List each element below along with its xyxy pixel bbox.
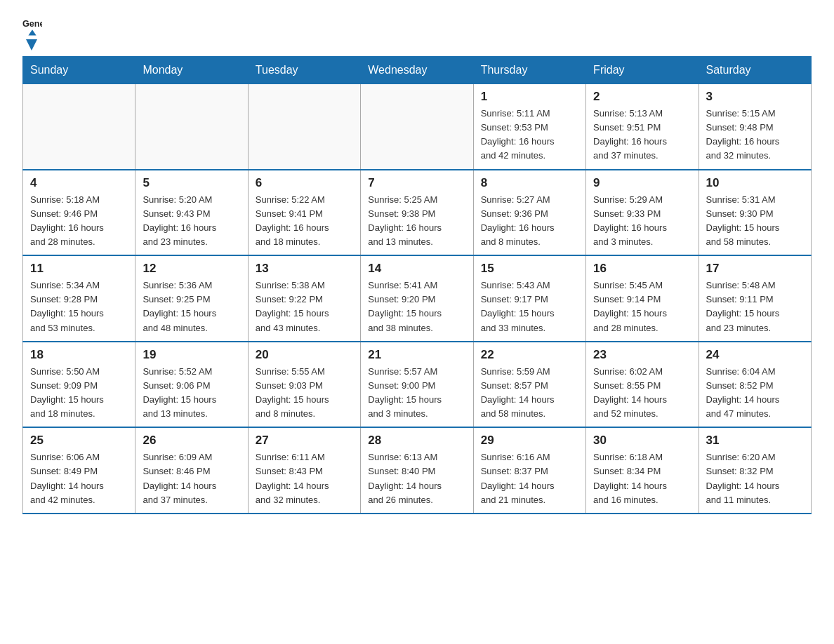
day-info: Sunrise: 6:11 AMSunset: 8:43 PMDaylight:…	[256, 450, 353, 507]
day-info: Sunrise: 6:06 AMSunset: 8:49 PMDaylight:…	[30, 450, 128, 507]
calendar-week-row: 25Sunrise: 6:06 AMSunset: 8:49 PMDayligh…	[23, 427, 812, 514]
calendar-day-cell: 28Sunrise: 6:13 AMSunset: 8:40 PMDayligh…	[361, 427, 473, 514]
calendar-day-cell: 8Sunrise: 5:27 AMSunset: 9:36 PMDaylight…	[473, 170, 585, 256]
calendar-day-cell: 20Sunrise: 5:55 AMSunset: 9:03 PMDayligh…	[248, 342, 360, 428]
day-of-week-header: Monday	[135, 57, 248, 84]
day-number: 15	[481, 262, 578, 276]
day-number: 30	[593, 434, 691, 448]
calendar-day-cell: 31Sunrise: 6:20 AMSunset: 8:32 PMDayligh…	[699, 427, 811, 514]
day-number: 29	[481, 434, 578, 448]
calendar-day-cell	[135, 84, 248, 170]
day-info: Sunrise: 5:41 AMSunset: 9:20 PMDaylight:…	[368, 279, 465, 335]
day-number: 31	[706, 434, 804, 448]
day-info: Sunrise: 5:22 AMSunset: 9:41 PMDaylight:…	[256, 193, 353, 250]
calendar-day-cell: 16Sunrise: 5:45 AMSunset: 9:14 PMDayligh…	[586, 255, 699, 342]
calendar-day-cell: 7Sunrise: 5:25 AMSunset: 9:38 PMDaylight…	[361, 170, 473, 256]
day-of-week-header: Sunday	[23, 57, 135, 84]
day-number: 5	[143, 176, 240, 190]
day-number: 6	[256, 176, 353, 190]
calendar-day-cell: 18Sunrise: 5:50 AMSunset: 9:09 PMDayligh…	[23, 342, 135, 428]
day-info: Sunrise: 6:02 AMSunset: 8:55 PMDaylight:…	[593, 365, 691, 422]
day-number: 24	[706, 348, 804, 362]
calendar-day-cell: 24Sunrise: 6:04 AMSunset: 8:52 PMDayligh…	[699, 342, 811, 428]
calendar-day-cell: 26Sunrise: 6:09 AMSunset: 8:46 PMDayligh…	[135, 427, 248, 514]
day-number: 21	[368, 348, 465, 362]
day-info: Sunrise: 5:29 AMSunset: 9:33 PMDaylight:…	[593, 193, 691, 250]
day-number: 8	[481, 176, 578, 190]
day-info: Sunrise: 5:52 AMSunset: 9:06 PMDaylight:…	[143, 365, 240, 422]
svg-text:General: General	[22, 19, 42, 29]
day-number: 19	[143, 348, 240, 362]
day-number: 12	[143, 262, 240, 276]
day-info: Sunrise: 5:15 AMSunset: 9:48 PMDaylight:…	[706, 107, 804, 163]
calendar-day-cell: 14Sunrise: 5:41 AMSunset: 9:20 PMDayligh…	[361, 255, 473, 342]
logo: General	[22, 17, 45, 49]
calendar-day-cell: 2Sunrise: 5:13 AMSunset: 9:51 PMDaylight…	[586, 84, 699, 170]
day-number: 10	[706, 176, 804, 190]
calendar-week-row: 4Sunrise: 5:18 AMSunset: 9:46 PMDaylight…	[23, 170, 812, 256]
day-number: 14	[368, 262, 465, 276]
day-number: 2	[593, 90, 691, 104]
page-header: General	[22, 17, 812, 49]
day-info: Sunrise: 5:18 AMSunset: 9:46 PMDaylight:…	[30, 193, 128, 250]
day-of-week-header: Thursday	[473, 57, 585, 84]
logo-triangle-icon	[24, 36, 39, 52]
day-info: Sunrise: 5:25 AMSunset: 9:38 PMDaylight:…	[368, 193, 465, 250]
calendar-day-cell: 13Sunrise: 5:38 AMSunset: 9:22 PMDayligh…	[248, 255, 360, 342]
calendar-day-cell: 19Sunrise: 5:52 AMSunset: 9:06 PMDayligh…	[135, 342, 248, 428]
day-info: Sunrise: 5:11 AMSunset: 9:53 PMDaylight:…	[481, 107, 578, 163]
calendar-day-cell: 1Sunrise: 5:11 AMSunset: 9:53 PMDaylight…	[473, 84, 585, 170]
day-of-week-header: Wednesday	[361, 57, 473, 84]
day-number: 1	[481, 90, 578, 104]
calendar-day-cell: 4Sunrise: 5:18 AMSunset: 9:46 PMDaylight…	[23, 170, 135, 256]
day-info: Sunrise: 6:09 AMSunset: 8:46 PMDaylight:…	[143, 450, 240, 507]
day-info: Sunrise: 5:20 AMSunset: 9:43 PMDaylight:…	[143, 193, 240, 250]
day-number: 4	[30, 176, 128, 190]
calendar-day-cell: 23Sunrise: 6:02 AMSunset: 8:55 PMDayligh…	[586, 342, 699, 428]
calendar-day-cell: 9Sunrise: 5:29 AMSunset: 9:33 PMDaylight…	[586, 170, 699, 256]
day-info: Sunrise: 5:43 AMSunset: 9:17 PMDaylight:…	[481, 279, 578, 335]
day-number: 27	[256, 434, 353, 448]
day-info: Sunrise: 5:27 AMSunset: 9:36 PMDaylight:…	[481, 193, 578, 250]
day-number: 23	[593, 348, 691, 362]
day-number: 26	[143, 434, 240, 448]
calendar-week-row: 18Sunrise: 5:50 AMSunset: 9:09 PMDayligh…	[23, 342, 812, 428]
calendar-week-row: 1Sunrise: 5:11 AMSunset: 9:53 PMDaylight…	[23, 84, 812, 170]
day-number: 11	[30, 262, 128, 276]
calendar-day-cell: 15Sunrise: 5:43 AMSunset: 9:17 PMDayligh…	[473, 255, 585, 342]
calendar-day-cell: 12Sunrise: 5:36 AMSunset: 9:25 PMDayligh…	[135, 255, 248, 342]
day-info: Sunrise: 6:04 AMSunset: 8:52 PMDaylight:…	[706, 365, 804, 422]
day-info: Sunrise: 5:55 AMSunset: 9:03 PMDaylight:…	[256, 365, 353, 422]
calendar-day-cell: 3Sunrise: 5:15 AMSunset: 9:48 PMDaylight…	[699, 84, 811, 170]
day-number: 28	[368, 434, 465, 448]
calendar-header-row: SundayMondayTuesdayWednesdayThursdayFrid…	[23, 57, 812, 84]
day-info: Sunrise: 6:20 AMSunset: 8:32 PMDaylight:…	[706, 450, 804, 507]
day-info: Sunrise: 6:13 AMSunset: 8:40 PMDaylight:…	[368, 450, 465, 507]
calendar-day-cell: 25Sunrise: 6:06 AMSunset: 8:49 PMDayligh…	[23, 427, 135, 514]
calendar-day-cell: 22Sunrise: 5:59 AMSunset: 8:57 PMDayligh…	[473, 342, 585, 428]
day-info: Sunrise: 5:13 AMSunset: 9:51 PMDaylight:…	[593, 107, 691, 163]
day-info: Sunrise: 5:31 AMSunset: 9:30 PMDaylight:…	[706, 193, 804, 250]
day-number: 16	[593, 262, 691, 276]
day-of-week-header: Tuesday	[248, 57, 360, 84]
calendar-day-cell: 27Sunrise: 6:11 AMSunset: 8:43 PMDayligh…	[248, 427, 360, 514]
day-number: 20	[256, 348, 353, 362]
day-of-week-header: Saturday	[699, 57, 811, 84]
day-number: 7	[368, 176, 465, 190]
day-number: 25	[30, 434, 128, 448]
day-number: 3	[706, 90, 804, 104]
day-info: Sunrise: 5:50 AMSunset: 9:09 PMDaylight:…	[30, 365, 128, 422]
calendar-day-cell: 10Sunrise: 5:31 AMSunset: 9:30 PMDayligh…	[699, 170, 811, 256]
day-info: Sunrise: 5:36 AMSunset: 9:25 PMDaylight:…	[143, 279, 240, 335]
day-info: Sunrise: 5:57 AMSunset: 9:00 PMDaylight:…	[368, 365, 465, 422]
calendar-day-cell	[361, 84, 473, 170]
day-info: Sunrise: 5:48 AMSunset: 9:11 PMDaylight:…	[706, 279, 804, 335]
calendar-day-cell: 11Sunrise: 5:34 AMSunset: 9:28 PMDayligh…	[23, 255, 135, 342]
general-blue-logo-icon: General	[22, 17, 42, 36]
day-number: 22	[481, 348, 578, 362]
day-info: Sunrise: 6:16 AMSunset: 8:37 PMDaylight:…	[481, 450, 578, 507]
calendar-day-cell: 21Sunrise: 5:57 AMSunset: 9:00 PMDayligh…	[361, 342, 473, 428]
calendar-day-cell: 29Sunrise: 6:16 AMSunset: 8:37 PMDayligh…	[473, 427, 585, 514]
calendar-day-cell: 5Sunrise: 5:20 AMSunset: 9:43 PMDaylight…	[135, 170, 248, 256]
day-number: 18	[30, 348, 128, 362]
